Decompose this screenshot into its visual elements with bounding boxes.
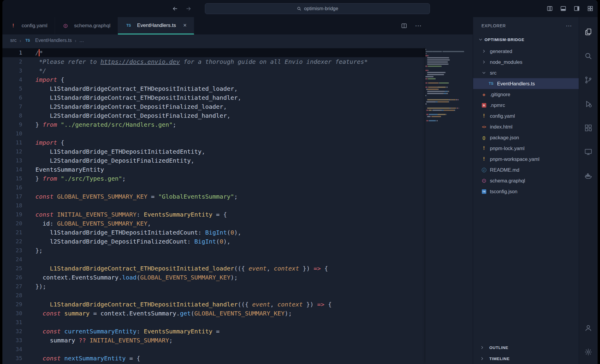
code-line[interactable]: 22 l2StandardBridge_DepositFinalizedCoun… — [2, 237, 425, 246]
file-item-label: pnpm-workspace.yaml — [490, 156, 539, 162]
code-line[interactable]: 24 — [2, 255, 425, 264]
code-line[interactable]: 23}; — [2, 246, 425, 255]
command-center-search[interactable]: optimism-bridge — [205, 3, 430, 14]
account-icon[interactable] — [579, 316, 598, 340]
code-line[interactable]: 18 — [2, 201, 425, 210]
code-line[interactable]: 25 L1StandardBridgeContract_ETHDepositIn… — [2, 264, 425, 273]
code-line[interactable]: 1/* — [2, 48, 425, 57]
toggle-panel-icon[interactable] — [560, 5, 566, 12]
line-number: 3 — [2, 66, 22, 75]
file-item-EventHandlers.ts[interactable]: TSEventHandlers.ts — [473, 78, 579, 89]
file-item-README.md[interactable]: iREADME.md — [473, 164, 579, 175]
file-item-label: package.json — [490, 135, 519, 141]
explorer-icon[interactable] — [579, 20, 598, 44]
more-actions-icon[interactable]: ⋯ — [415, 22, 422, 30]
code-line[interactable]: 35 const nextSummaryEntity = { — [2, 354, 425, 363]
file-item-package.json[interactable]: {}package.json — [473, 132, 579, 143]
code-line[interactable]: 6 L1StandardBridgeContract_ETHDepositIni… — [2, 93, 425, 102]
code-line[interactable]: 9} from "../generated/src/Handlers.gen"; — [2, 120, 425, 129]
ts-icon: TS — [489, 81, 493, 86]
forward-icon[interactable] — [185, 5, 192, 12]
file-item-pnpm-workspace.yaml[interactable]: !pnpm-workspace.yaml — [473, 154, 579, 164]
split-editor-icon[interactable] — [401, 23, 407, 29]
minimap-line — [425, 97, 465, 98]
extensions-icon[interactable] — [579, 116, 598, 140]
code-line[interactable]: 10 — [2, 129, 425, 138]
breadcrumb-item[interactable]: src — [10, 38, 16, 43]
line-number: 11 — [2, 138, 22, 147]
code-line[interactable]: 19const INITIAL_EVENTS_SUMMARY: EventsSu… — [2, 210, 425, 219]
code-line[interactable]: 2 *Please refer to https://docs.envio.de… — [2, 57, 425, 66]
explorer-more-icon[interactable]: ⋯ — [566, 22, 572, 29]
file-item-index.html[interactable]: <>index.html — [473, 121, 579, 132]
code-line[interactable]: 32 const currentSummaryEntity: EventsSum… — [2, 327, 425, 336]
line-number: 26 — [2, 273, 22, 282]
line-number: 7 — [2, 102, 22, 111]
code-line[interactable]: 17const GLOBAL_EVENTS_SUMMARY_KEY = "Glo… — [2, 192, 425, 201]
code-line[interactable]: 34 — [2, 345, 425, 354]
file-item-pnpm-lock.yaml[interactable]: !pnpm-lock.yaml — [473, 143, 579, 154]
code-line[interactable]: 26 context.EventsSummary.load(GLOBAL_EVE… — [2, 273, 425, 282]
code-line[interactable]: 5 L1StandardBridgeContract_ETHDepositIni… — [2, 84, 425, 93]
file-item-label: src — [490, 70, 496, 76]
file-item-.gitignore[interactable]: ◆.gitignore — [473, 89, 579, 100]
code-text: L2StandardBridgeContract_DepositFinalize… — [35, 102, 227, 111]
code-line[interactable]: 3 */ — [2, 66, 425, 75]
workspace-root[interactable]: OPTIMISM-BRIDGE — [473, 34, 579, 45]
code-text: L1StandardBridgeContract_ETHDepositIniti… — [35, 300, 332, 309]
run-debug-icon[interactable] — [579, 92, 598, 116]
line-number: 5 — [2, 84, 22, 93]
file-item-config.yaml[interactable]: !config.yaml — [473, 111, 579, 121]
code-text: /* — [35, 48, 43, 57]
code-line[interactable]: 16 — [2, 183, 425, 192]
file-item-src[interactable]: src — [473, 67, 579, 78]
file-item-label: generated — [490, 49, 512, 54]
file-item-generated[interactable]: generated — [473, 46, 579, 57]
breadcrumb-item[interactable]: … — [79, 38, 84, 43]
code-line[interactable]: 15} from "./src/Types.gen"; — [2, 174, 425, 183]
code-line[interactable]: 4import { — [2, 75, 425, 84]
editor-scrollbar[interactable] — [465, 46, 473, 364]
code-text: L1StandardBridgeContract_ETHDepositIniti… — [35, 84, 238, 93]
code-line[interactable]: 21 l1StandardBridge_ETHDepositInitiatedC… — [2, 228, 425, 237]
yaml-icon: ! — [483, 145, 485, 151]
code-line[interactable]: 20 id: GLOBAL_EVENTS_SUMMARY_KEY, — [2, 219, 425, 228]
section-outline[interactable]: OUTLINE — [473, 342, 579, 353]
code-line[interactable]: 30 const summary = context.EventsSummary… — [2, 309, 425, 318]
code-line[interactable]: 8 L2StandardBridgeContract_DepositFinali… — [2, 111, 425, 120]
code-line[interactable]: 11import { — [2, 138, 425, 147]
code-line[interactable]: 28 — [2, 291, 425, 300]
close-icon[interactable]: × — [183, 22, 187, 29]
settings-icon[interactable] — [579, 340, 598, 364]
code-editor[interactable]: 1/*2 *Please refer to https://docs.envio… — [2, 46, 473, 364]
breadcrumb-item[interactable]: TSEventHandlers.ts — [24, 38, 72, 43]
code-line[interactable]: 14EventsSummaryEntity — [2, 165, 425, 174]
back-icon[interactable] — [172, 5, 178, 12]
code-line[interactable]: 12 L1StandardBridge_ETHDepositInitiatedE… — [2, 147, 425, 156]
toggle-sidebar-icon[interactable] — [547, 5, 553, 12]
minimap-line — [425, 114, 465, 115]
tab-EventHandlers.ts[interactable]: TSEventHandlers.ts× — [118, 17, 194, 34]
file-item-tsconfig.json[interactable]: TStsconfig.json — [473, 186, 579, 197]
minimap[interactable] — [425, 46, 465, 364]
search-icon[interactable] — [579, 44, 598, 68]
code-line[interactable]: 29 L1StandardBridgeContract_ETHDepositIn… — [2, 300, 425, 309]
tab-config.yaml[interactable]: !config.yaml — [2, 17, 55, 34]
toggle-secondary-sidebar-icon[interactable] — [574, 5, 580, 12]
code-line[interactable]: 7 L2StandardBridgeContract_DepositFinali… — [2, 102, 425, 111]
line-number: 25 — [2, 264, 22, 273]
file-item-.npmrc[interactable]: n.npmrc — [473, 100, 579, 111]
code-line[interactable]: 13 L2StandardBridge_DepositFinalizedEnti… — [2, 156, 425, 165]
file-item-schema.graphql[interactable]: schema.graphql — [473, 175, 579, 186]
source-control-icon[interactable] — [579, 68, 598, 92]
file-item-node_modules[interactable]: node_modules — [473, 57, 579, 67]
code-line[interactable]: 27}); — [2, 282, 425, 291]
code-line[interactable]: 33 summary ?? INITIAL_EVENTS_SUMMARY; — [2, 336, 425, 345]
tab-schema.graphql[interactable]: schema.graphql — [55, 17, 118, 34]
docker-icon[interactable] — [579, 164, 598, 188]
customize-layout-icon[interactable] — [587, 5, 593, 12]
section-timeline[interactable]: TIMELINE — [473, 353, 579, 364]
code-line[interactable]: 31 — [2, 318, 425, 327]
breadcrumb[interactable]: src›TSEventHandlers.ts›… — [2, 34, 473, 46]
remote-icon[interactable] — [579, 140, 598, 164]
